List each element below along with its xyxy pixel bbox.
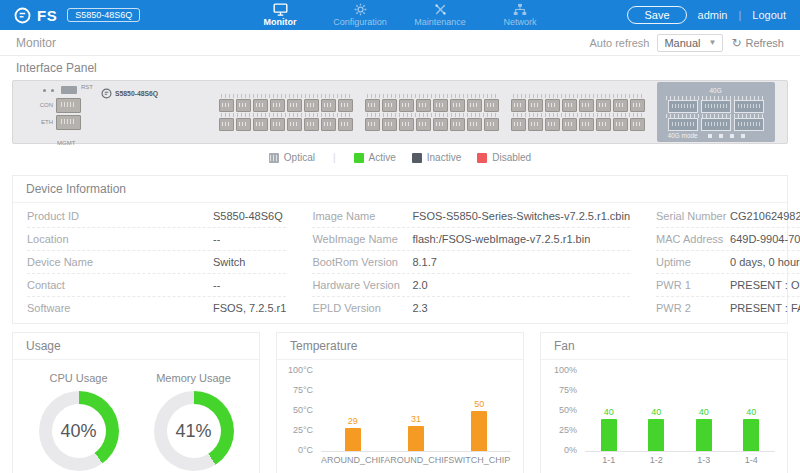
sfp-port[interactable] <box>382 118 397 131</box>
chart-plot: 0°C25°C50°C75°C100°C293150 <box>321 372 511 452</box>
bar-1-4[interactable] <box>743 419 759 451</box>
sfp-port[interactable] <box>236 99 251 112</box>
sfp-port[interactable] <box>270 118 285 131</box>
port-number-row <box>666 96 766 100</box>
sfp-port[interactable] <box>484 99 499 112</box>
qsfp-port[interactable] <box>734 100 764 113</box>
sfp-port[interactable] <box>528 118 543 131</box>
sfp-port[interactable] <box>630 99 645 112</box>
sfp-port[interactable] <box>613 118 628 131</box>
eth-port[interactable] <box>56 115 81 130</box>
sfp-port[interactable] <box>416 118 431 131</box>
qsfp-port[interactable] <box>701 118 731 131</box>
device-info-column: Image NameFSOS-S5850-Series-Switches-v7.… <box>312 205 630 319</box>
sfp-port[interactable] <box>321 99 336 112</box>
sfp-port[interactable] <box>467 118 482 131</box>
sfp-port[interactable] <box>382 99 397 112</box>
sfp-port[interactable] <box>433 118 448 131</box>
sfp-port[interactable] <box>528 99 543 112</box>
username[interactable]: admin <box>698 9 728 21</box>
sfp-port[interactable] <box>287 99 302 112</box>
console-port[interactable] <box>56 98 81 113</box>
sfp-port[interactable] <box>596 118 611 131</box>
sfp-port[interactable] <box>630 118 645 131</box>
interface-panel-title: Interface Panel <box>12 56 788 80</box>
sfp-port[interactable] <box>545 118 560 131</box>
sfp-port[interactable] <box>484 118 499 131</box>
nav-tab-monitor[interactable]: Monitor <box>240 0 320 30</box>
plot-area: 40404040 <box>585 372 775 451</box>
sfp-port[interactable] <box>338 99 353 112</box>
sfp-port[interactable] <box>579 118 594 131</box>
bar-AROUND_CHIP[interactable] <box>345 428 361 451</box>
sfp-port[interactable] <box>511 118 526 131</box>
sfp-port-groups <box>219 93 645 131</box>
sfp-port[interactable] <box>219 99 234 112</box>
chevron-down-icon: ▼ <box>708 38 716 47</box>
sfp-port[interactable] <box>450 118 465 131</box>
nav-tab-label: Monitor <box>264 17 297 27</box>
sfp-port[interactable] <box>399 99 414 112</box>
sfp-port[interactable] <box>270 99 285 112</box>
qsfp-port[interactable] <box>668 100 698 113</box>
sfp-port[interactable] <box>304 99 319 112</box>
sfp-port[interactable] <box>304 118 319 131</box>
nav-tab-label: Maintenance <box>414 17 466 27</box>
sfp-port[interactable] <box>365 99 380 112</box>
logout-link[interactable]: Logout <box>752 9 786 21</box>
faceplate-io-block: RST CON ETH MGMT S5850-4 <box>17 81 165 143</box>
sfp-port[interactable] <box>287 118 302 131</box>
sfp-port[interactable] <box>236 118 251 131</box>
y-tick: 100% <box>554 366 577 375</box>
sfp-port[interactable] <box>321 118 336 131</box>
usb-port <box>61 86 77 94</box>
qsfp-port[interactable] <box>668 118 698 131</box>
sfp-port[interactable] <box>365 118 380 131</box>
qsfp-port[interactable] <box>734 118 764 131</box>
sfp-port[interactable] <box>399 118 414 131</box>
sfp-port[interactable] <box>613 99 628 112</box>
qsfp-mode-led <box>730 134 734 138</box>
sfp-port[interactable] <box>338 118 353 131</box>
bar-SWITCH_CHIP[interactable] <box>471 411 487 451</box>
sfp-port[interactable] <box>562 99 577 112</box>
sfp-port[interactable] <box>545 99 560 112</box>
refresh-button[interactable]: ↻ Refresh <box>731 36 784 50</box>
nav-tab-maintenance[interactable]: Maintenance <box>400 0 480 30</box>
switch-admin-app: FS S5850-48S6Q MonitorConfigurationMaint… <box>0 0 800 473</box>
sfp-port[interactable] <box>219 118 234 131</box>
sfp-port[interactable] <box>253 99 268 112</box>
temperature-chart: 0°C25°C50°C75°C100°C293150AROUND_CHIPARO… <box>277 372 523 473</box>
sfp-port[interactable] <box>433 99 448 112</box>
sfp-port[interactable] <box>416 99 431 112</box>
sfp-port[interactable] <box>579 99 594 112</box>
qsfp-port[interactable] <box>701 100 731 113</box>
bar-value-label: 40 <box>746 408 756 417</box>
sfp-port[interactable] <box>511 99 526 112</box>
brand-name: FS <box>37 7 57 24</box>
info-row-serial-number: Serial NumberCG2106249821N00013 <box>656 205 800 228</box>
info-value: -- <box>213 279 220 291</box>
sfp-port[interactable] <box>596 99 611 112</box>
device-info-column: Product IDS5850-48S6QLocation--Device Na… <box>27 205 286 319</box>
sfp-port[interactable] <box>253 118 268 131</box>
fs-logo-icon <box>14 7 31 24</box>
model-badge: S5850-48S6Q <box>67 8 140 22</box>
info-row-mac-address: MAC Address649D-9904-7009 <box>656 228 800 251</box>
device-info-section: Device Information Product IDS5850-48S6Q… <box>12 175 788 324</box>
sfp-port-row <box>219 118 353 131</box>
info-label: PWR 2 <box>656 302 730 314</box>
sfp-port[interactable] <box>450 99 465 112</box>
refresh-mode-select[interactable]: Manual ▼ <box>657 34 723 52</box>
sfp-port[interactable] <box>562 118 577 131</box>
sfp-port[interactable] <box>467 99 482 112</box>
bar-AROUND_CHIP[interactable] <box>408 426 424 451</box>
nav-tab-configuration[interactable]: Configuration <box>320 0 400 30</box>
info-label: EPLD Version <box>312 302 412 314</box>
nav-tab-network[interactable]: Network <box>480 0 560 30</box>
bar-1-1[interactable] <box>601 419 617 451</box>
save-button[interactable]: Save <box>627 6 686 24</box>
legend-inactive: Inactive <box>412 152 461 163</box>
bar-1-3[interactable] <box>696 419 712 451</box>
bar-1-2[interactable] <box>648 419 664 451</box>
